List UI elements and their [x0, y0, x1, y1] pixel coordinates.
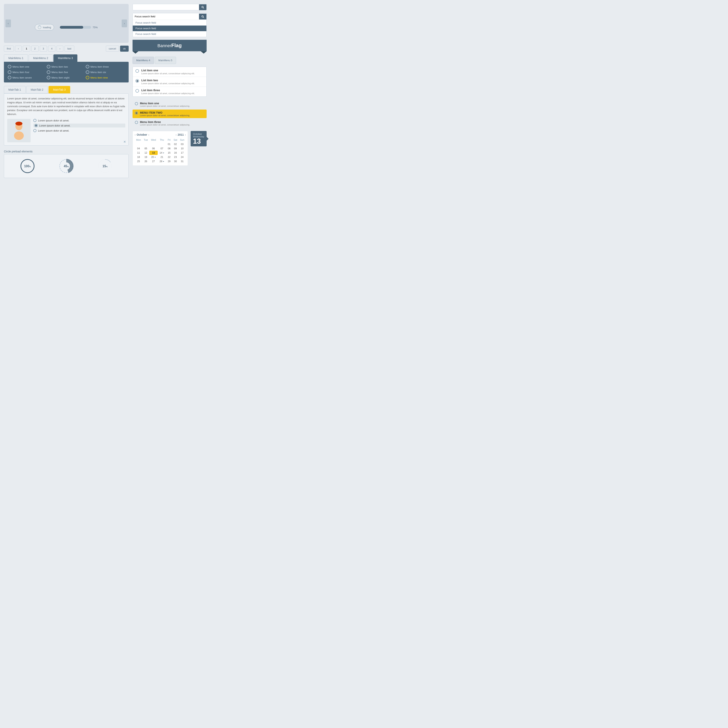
cal-month-next[interactable]: ›	[148, 133, 149, 136]
radio-list: Lorem ipsum dolor sit amet. Lorem ipsum …	[33, 119, 125, 132]
radio-menu-item-1[interactable]: Menu item one Lorem ipsum dolor sit amet…	[133, 100, 206, 109]
cal-th-sat: Sat	[172, 138, 179, 142]
cal-cell has-indicator[interactable]: 20	[149, 155, 158, 159]
submenu-item-4[interactable]: › Menu item four	[8, 70, 47, 74]
dropdown-item-3[interactable]: Focus search field	[133, 31, 206, 37]
cal-year-next[interactable]: ›	[185, 133, 186, 136]
cal-cell[interactable]: 11	[135, 151, 142, 155]
cal-cell[interactable]: 05	[142, 146, 149, 151]
list-items-section: List item one Lorem ipsum dolor sit amet…	[133, 67, 206, 97]
cal-cell[interactable]: 18	[135, 155, 142, 159]
pagination-last[interactable]: last	[64, 46, 74, 52]
progress-bar-fill	[60, 26, 83, 29]
cal-cell[interactable]	[149, 142, 158, 146]
main-tab-3[interactable]: MainTab 3	[49, 86, 70, 93]
cal-cell[interactable]: 24	[179, 155, 186, 159]
cal-cell[interactable]: 29	[166, 159, 172, 164]
main-tab-1[interactable]: MainTab 1	[4, 86, 26, 93]
cal-cell[interactable]	[135, 142, 142, 146]
search-dropdown-input[interactable]	[133, 13, 199, 20]
cal-cell[interactable]: 12	[142, 151, 149, 155]
cal-year-row: ‹ 2011 ›	[176, 133, 186, 136]
slider-right-arrow[interactable]: ›	[122, 20, 127, 27]
cal-cell[interactable]: 22	[166, 155, 172, 159]
cal-cell[interactable]: 21	[158, 155, 166, 159]
right-menu-row: MainMenu 4 MainMenu 5	[133, 57, 206, 64]
progress-label: 75%	[93, 26, 98, 29]
submenu-item-1[interactable]: › Menu item one	[8, 65, 47, 69]
cal-cell[interactable]: 26	[142, 159, 149, 164]
close-icon[interactable]: ✕	[123, 140, 126, 144]
cal-month-prev[interactable]: ‹	[135, 133, 136, 136]
radio-menu-item-3[interactable]: Menu item three Lorem ipsum dolor sit am…	[133, 119, 206, 127]
radio-item-1[interactable]: Lorem ipsum dolor sit amet.	[33, 119, 125, 122]
submenu-item-2[interactable]: › Menu item two	[47, 65, 86, 69]
main-menu-tab-1[interactable]: MainMenu 1	[4, 54, 28, 62]
cal-cell[interactable]: 31	[179, 159, 186, 164]
dropdown-item-1[interactable]: Focus search field	[133, 20, 206, 26]
submenu-item-5[interactable]: › Menu item five	[47, 70, 86, 74]
pagination-first[interactable]: first	[4, 46, 14, 52]
circle-svg-15: 15%	[97, 158, 113, 174]
cal-cell[interactable]	[158, 142, 166, 146]
cancel-button[interactable]: cancel	[106, 46, 119, 52]
date-badge-day: 13	[193, 138, 204, 145]
main-tab-2[interactable]: MainTab 2	[26, 86, 48, 93]
cal-cell[interactable]: 15	[166, 151, 172, 155]
pagination-page-4[interactable]: 4	[48, 46, 55, 52]
list-item-row-3[interactable]: List item three Lorem ipsum dolor sit am…	[133, 87, 206, 96]
right-menu-tab-5[interactable]: MainMenu 5	[155, 57, 176, 64]
submenu-item-3[interactable]: › Menu item three	[86, 65, 125, 69]
pagination-page-3[interactable]: 3	[40, 46, 47, 52]
cal-cell[interactable]: 02	[172, 142, 179, 146]
submenu-item-7[interactable]: › Menu item seven	[8, 76, 47, 80]
cal-year-prev[interactable]: ‹	[176, 133, 176, 136]
cal-today[interactable]: 13	[149, 151, 158, 155]
pagination-next[interactable]: ›	[57, 46, 63, 52]
ok-button[interactable]: ok	[120, 46, 128, 52]
radio-item-3[interactable]: Lorem ipsum dolor sit amet.	[33, 129, 125, 132]
main-tabs-section: MainTab 1 MainTab 2 MainTab 3 Lorem ipsu…	[4, 85, 128, 145]
list-item-radio-1	[136, 69, 139, 73]
main-menu-tab-2[interactable]: MainMenu 2	[29, 54, 53, 62]
radio-menu-item-2[interactable]: MENU ITEM TWO Lorem ipsum dolor sit amet…	[133, 110, 206, 118]
cal-cell[interactable]: 27	[149, 159, 158, 164]
cal-cell[interactable]: 25	[135, 159, 142, 164]
main-menu-tab-3[interactable]: MainMenu 3	[54, 54, 77, 62]
list-item-row-1[interactable]: List item one Lorem ipsum dolor sit amet…	[133, 67, 206, 77]
cal-cell[interactable]: 30	[172, 159, 179, 164]
cal-cell[interactable]: 03	[179, 142, 186, 146]
radio-item-2[interactable]: Lorem ipsum dolor sit amet.	[33, 124, 125, 127]
cal-cell[interactable]: 07	[158, 146, 166, 151]
cal-cell[interactable]: 10	[179, 146, 186, 151]
list-item-row-2[interactable]: List item two Lorem ipsum dolor sit amet…	[133, 77, 206, 87]
simple-search-input[interactable]	[133, 4, 199, 10]
search-dropdown-button[interactable]	[199, 14, 206, 20]
submenu-item-8[interactable]: › Menu item eight	[47, 76, 86, 80]
radio-label-3: Lorem ipsum dolor sit amet.	[38, 129, 69, 132]
pagination-page-2[interactable]: 2	[31, 46, 38, 52]
slider-left-arrow[interactable]: ‹	[5, 20, 11, 27]
cal-cell[interactable]: 17	[179, 151, 186, 155]
cal-cell[interactable]: 06	[149, 146, 158, 151]
cal-cell[interactable]: 01	[166, 142, 172, 146]
right-menu-tab-4[interactable]: MainMenu 4	[133, 57, 154, 64]
main-menu-tabs: MainMenu 1 MainMenu 2 MainMenu 3	[4, 54, 128, 62]
cal-cell[interactable]: 08	[166, 146, 172, 151]
cal-cell[interactable]: 09	[172, 146, 179, 151]
cal-cell[interactable]: 23	[172, 155, 179, 159]
submenu-item-9[interactable]: › Menu item nine	[86, 76, 125, 80]
list-item-desc-3: Lorem ipsum dolor sit amet, consectetuer…	[141, 92, 195, 95]
cal-cell[interactable]: 04	[135, 146, 142, 151]
cal-th-fri: Fri	[166, 138, 172, 142]
submenu-item-6[interactable]: › Menu item six	[86, 70, 125, 74]
cal-cell[interactable]: 16	[172, 151, 179, 155]
cal-cell has-indicator[interactable]: 14	[158, 151, 166, 155]
cal-cell[interactable]: 19	[142, 155, 149, 159]
cal-cell[interactable]	[142, 142, 149, 146]
dropdown-item-2[interactable]: Focus search field	[133, 26, 206, 31]
cal-cell has-indicator[interactable]: 28	[158, 159, 166, 164]
pagination-page-1[interactable]: 1	[23, 46, 30, 52]
pagination-prev[interactable]: ‹	[15, 46, 21, 52]
simple-search-button[interactable]	[199, 4, 206, 10]
